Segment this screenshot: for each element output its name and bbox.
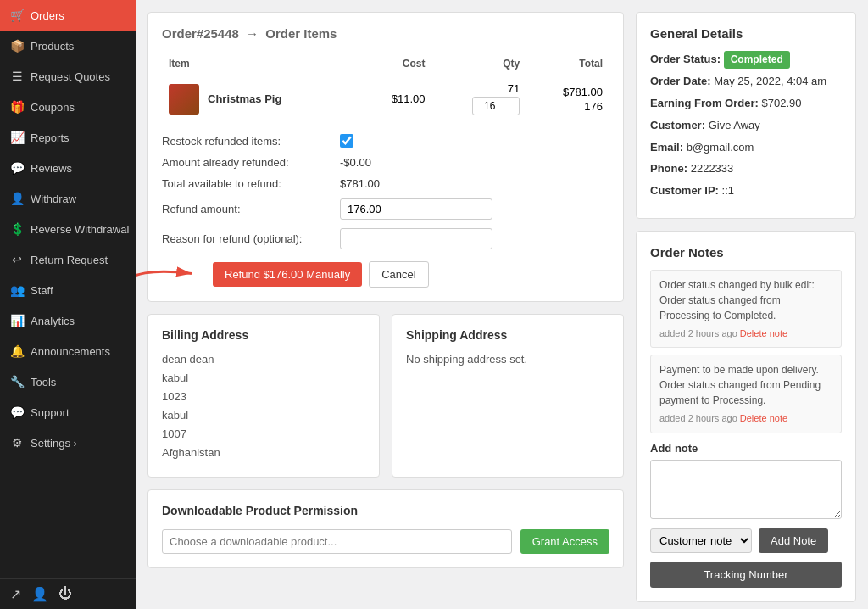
reason-row: Reason for refund (optional): (162, 228, 609, 249)
reason-label: Reason for refund (optional): (162, 232, 331, 245)
sidebar-item-label: Coupons (31, 101, 75, 114)
qty-input[interactable] (472, 97, 520, 115)
sidebar-item-label: Orders (31, 9, 64, 22)
note-1-meta: added 2 hours ago Delete note (659, 327, 832, 341)
sidebar-item-label: Reviews (31, 162, 72, 175)
sidebar-item-coupons[interactable]: 🎁 Coupons (0, 92, 136, 122)
col-total: Total (526, 53, 609, 75)
downloadable-input[interactable] (162, 529, 512, 554)
sidebar-item-products[interactable]: 📦 Products (0, 31, 136, 61)
add-note-button[interactable]: Add Note (759, 528, 828, 553)
customer-row: Customer: Give Away (650, 117, 842, 135)
support-icon: 💬 (10, 405, 24, 419)
sidebar-item-support[interactable]: 💬 Support (0, 397, 136, 427)
customer-value: Give Away (709, 119, 760, 131)
note-2-meta: added 2 hours ago Delete note (659, 411, 832, 426)
restock-checkbox[interactable] (340, 134, 353, 148)
sidebar-item-announcements[interactable]: 🔔 Announcements (0, 336, 136, 366)
earning-row: Earning From Order: $702.90 (650, 95, 842, 113)
sidebar-item-tools[interactable]: 🔧 Tools (0, 366, 136, 397)
main-content: Order#25448 → Order Items Item Cost Qty … (136, 0, 868, 609)
external-link-icon[interactable]: ↗ (10, 586, 21, 602)
sidebar-item-settings[interactable]: ⚙ Settings › (0, 427, 136, 458)
announcements-icon: 🔔 (10, 344, 24, 358)
reports-icon: 📈 (10, 131, 24, 144)
sidebar-item-label: Reports (31, 131, 70, 144)
order-notes-title: Order Notes (650, 245, 842, 260)
sidebar-item-reports[interactable]: 📈 Reports (0, 122, 136, 153)
note-1-text: Order status changed by bulk edit: Order… (659, 279, 815, 321)
tracking-number-button[interactable]: Tracking Number (650, 562, 842, 588)
order-status-row: Order Status: Completed (650, 51, 842, 69)
address-grid: Billing Address dean deankabul1023kabul1… (147, 314, 624, 478)
note-textarea[interactable] (650, 460, 842, 519)
phone-label: Phone: (650, 162, 687, 175)
cart-icon: 🛒 (10, 8, 24, 22)
sidebar-item-analytics[interactable]: 📊 Analytics (0, 305, 136, 336)
left-panel: Order#25448 → Order Items Item Cost Qty … (147, 12, 624, 597)
restock-row: Restock refunded items: (162, 134, 609, 148)
email-label: Email: (650, 141, 683, 154)
sidebar-item-label: Announcements (31, 345, 110, 358)
total-available-value: $781.00 (340, 177, 380, 190)
status-badge: Completed (724, 51, 790, 69)
col-qty: Qty (431, 53, 526, 75)
ip-label: Customer IP: (650, 184, 719, 197)
product-total: $781.00 176 (526, 75, 609, 123)
sidebar-item-reviews[interactable]: 💬 Reviews (0, 153, 136, 183)
order-status-label: Order Status: (650, 53, 721, 65)
col-cost: Cost (359, 53, 432, 75)
product-cost: $11.00 (359, 75, 432, 123)
refund-form: Restock refunded items: Amount already r… (162, 134, 609, 288)
note-type-select[interactable]: Customer note Private note (650, 528, 752, 553)
list-icon: ☰ (10, 70, 24, 83)
staff-icon: 👥 (10, 283, 24, 297)
refund-manually-button[interactable]: Refund $176.00 Manually (213, 262, 362, 287)
order-date-value: May 25, 2022, 4:04 am (714, 75, 826, 87)
note-2: Payment to be made upon delivery. Order … (650, 355, 842, 433)
order-table: Item Cost Qty Total Christmas Pig (162, 53, 609, 122)
billing-card: Billing Address dean deankabul1023kabul1… (147, 314, 380, 478)
product-qty: 71 (431, 75, 526, 123)
restock-label: Restock refunded items: (162, 135, 331, 148)
sidebar-item-label: Support (31, 406, 70, 419)
sidebar-item-withdraw[interactable]: 👤 Withdraw (0, 183, 136, 214)
sidebar-item-staff[interactable]: 👥 Staff (0, 275, 136, 305)
phone-row: Phone: 2222333 (650, 160, 842, 178)
add-note-label: Add note (650, 442, 842, 455)
note-1: Order status changed by bulk edit: Order… (650, 270, 842, 349)
sidebar-item-request-quotes[interactable]: ☰ Request Quotes (0, 61, 136, 92)
total-available-label: Total available to refund: (162, 177, 331, 190)
reviews-icon: 💬 (10, 161, 24, 175)
earning-value: $702.90 (761, 97, 801, 109)
downloadable-card: Downloadable Product Permission Grant Ac… (147, 489, 624, 568)
breadcrumb-sep: → (246, 26, 259, 41)
customer-label: Customer: (650, 119, 705, 131)
products-icon: 📦 (10, 39, 24, 53)
grant-access-button[interactable]: Grant Access (520, 529, 609, 554)
sidebar-item-label: Settings › (31, 437, 77, 450)
email-row: Email: b@gmail.com (650, 139, 842, 157)
shipping-address: No shipping address set. (406, 350, 609, 369)
return-icon: ↩ (10, 253, 24, 266)
sidebar-item-return-request[interactable]: ↩ Return Request (0, 244, 136, 275)
order-notes-card: Order Notes Order status changed by bulk… (636, 231, 856, 602)
user-icon[interactable]: 👤 (31, 586, 48, 602)
power-icon[interactable]: ⏻ (58, 586, 72, 602)
note-actions: Customer note Private note Add Note (650, 528, 842, 553)
order-header: Order#25448 → Order Items (162, 26, 609, 41)
sidebar-item-reverse-withdrawal[interactable]: 💲 Reverse Withdrawal (0, 214, 136, 244)
sidebar-item-label: Return Request (31, 254, 108, 266)
refund-actions: Refund $176.00 Manually Cancel (213, 261, 609, 288)
delete-note-2[interactable]: Delete note (740, 413, 787, 423)
product-name[interactable]: Christmas Pig (208, 92, 281, 105)
product-thumbnail (169, 84, 199, 115)
reason-input[interactable] (340, 228, 492, 249)
email-value: b@gmail.com (687, 141, 754, 154)
earning-label: Earning From Order: (650, 97, 759, 109)
delete-note-1[interactable]: Delete note (740, 328, 787, 338)
cancel-button[interactable]: Cancel (369, 261, 428, 288)
table-row: Christmas Pig $11.00 71 $78 (162, 75, 609, 123)
sidebar-item-orders[interactable]: 🛒 Orders (0, 0, 136, 31)
refund-amount-input[interactable] (340, 198, 492, 220)
